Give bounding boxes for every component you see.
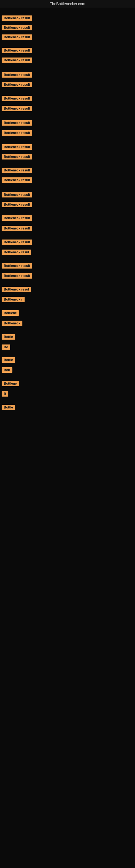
result-row: Bott	[0, 366, 14, 375]
result-row: B	[0, 390, 10, 399]
result-row: Bottleneck result	[0, 143, 34, 152]
site-header: TheBottlenecker.com	[0, 0, 135, 8]
result-row: Bottleneck r	[0, 296, 26, 304]
result-row: Bottleneck result	[0, 81, 34, 90]
result-row: Bottleneck result	[0, 95, 34, 103]
result-row: Bottlene	[0, 380, 20, 389]
bottleneck-badge[interactable]: Bottleneck result	[2, 273, 32, 279]
result-row: Bottleneck result	[0, 14, 34, 23]
bottleneck-badge[interactable]: Bottleneck result	[2, 34, 32, 40]
bottleneck-badge[interactable]: Bottleneck result	[2, 130, 32, 135]
bottleneck-badge[interactable]: Bottleneck result	[2, 192, 32, 197]
result-row: Bottleneck result	[0, 214, 34, 223]
bottleneck-badge[interactable]: Bottle	[2, 334, 15, 340]
result-row: Bottleneck resul	[0, 286, 33, 294]
result-row: Bottleneck result	[0, 105, 34, 113]
result-row: Bottleneck	[0, 319, 24, 328]
result-row: Bottleneck result	[0, 176, 34, 185]
bottleneck-badge[interactable]: Bottleneck result	[2, 58, 32, 63]
bottleneck-badge[interactable]: Bottleneck result	[2, 263, 32, 269]
bottleneck-badge[interactable]: Bottlene	[2, 381, 19, 386]
bottleneck-badge[interactable]: Bottle	[2, 405, 15, 410]
bottleneck-badge[interactable]: Bottleneck result	[2, 144, 32, 150]
result-row: Bottleneck result	[0, 191, 34, 199]
site-title: TheBottlenecker.com	[0, 0, 135, 8]
result-row: Bottleneck result	[0, 262, 34, 271]
result-row: Bottlene	[0, 309, 20, 318]
bottleneck-badge[interactable]: Bottleneck	[2, 321, 22, 326]
bottleneck-badge[interactable]: Bottleneck result	[2, 48, 32, 53]
result-row: Bottleneck result	[0, 33, 34, 42]
bottleneck-badge[interactable]: Bottleneck result	[2, 120, 32, 126]
result-row: Bottleneck result	[0, 166, 34, 175]
bottleneck-badge[interactable]: Bottleneck resul	[2, 250, 31, 255]
bottleneck-badge[interactable]: Bottleneck result	[2, 226, 32, 231]
result-row: Bottleneck result	[0, 129, 34, 138]
bottleneck-badge[interactable]: Bottleneck result	[2, 16, 32, 21]
bottleneck-badge[interactable]: Bottleneck result	[2, 154, 32, 159]
bottleneck-badge[interactable]: Bottle	[2, 357, 15, 363]
result-row: Bottleneck result	[0, 272, 34, 281]
result-row: Bottleneck result	[0, 46, 34, 55]
result-row: Bottleneck result	[0, 119, 34, 128]
result-row: Bottleneck result	[0, 24, 34, 33]
result-row: Bo	[0, 343, 12, 352]
bottleneck-badge[interactable]: B	[2, 391, 8, 397]
result-row: Bottleneck result	[0, 153, 34, 162]
result-row: Bottle	[0, 333, 17, 342]
bottleneck-badge[interactable]: Bottleneck result	[2, 25, 32, 30]
result-row: Bottle	[0, 356, 17, 365]
bottleneck-badge[interactable]: Bottleneck resul	[2, 287, 31, 292]
result-row: Bottleneck result	[0, 56, 34, 65]
bottleneck-badge[interactable]: Bottleneck result	[2, 72, 32, 78]
result-row: Bottleneck result	[0, 239, 34, 247]
bottleneck-badge[interactable]: Bottleneck r	[2, 297, 25, 302]
bottleneck-badge[interactable]: Bottleneck result	[2, 96, 32, 101]
bottleneck-badge[interactable]: Bottleneck result	[2, 106, 32, 111]
bottleneck-badge[interactable]: Bottleneck result	[2, 202, 32, 207]
result-row: Bottleneck result	[0, 201, 34, 209]
bottleneck-badge[interactable]: Bo	[2, 344, 10, 350]
bottleneck-badge[interactable]: Bottleneck result	[2, 177, 32, 183]
result-row: Bottleneck result	[0, 225, 34, 233]
bottleneck-badge[interactable]: Bottleneck result	[2, 167, 32, 173]
result-row: Bottle	[0, 404, 17, 412]
bottleneck-badge[interactable]: Bott	[2, 367, 12, 373]
bottleneck-badge[interactable]: Bottleneck result	[2, 215, 32, 221]
badges-container: Bottleneck resultBottleneck resultBottle…	[0, 8, 135, 442]
result-row: Bottleneck resul	[0, 248, 33, 257]
result-row: Bottleneck result	[0, 71, 34, 80]
bottleneck-badge[interactable]: Bottlene	[2, 310, 19, 316]
bottleneck-badge[interactable]: Bottleneck result	[2, 240, 32, 245]
bottleneck-badge[interactable]: Bottleneck result	[2, 82, 32, 87]
